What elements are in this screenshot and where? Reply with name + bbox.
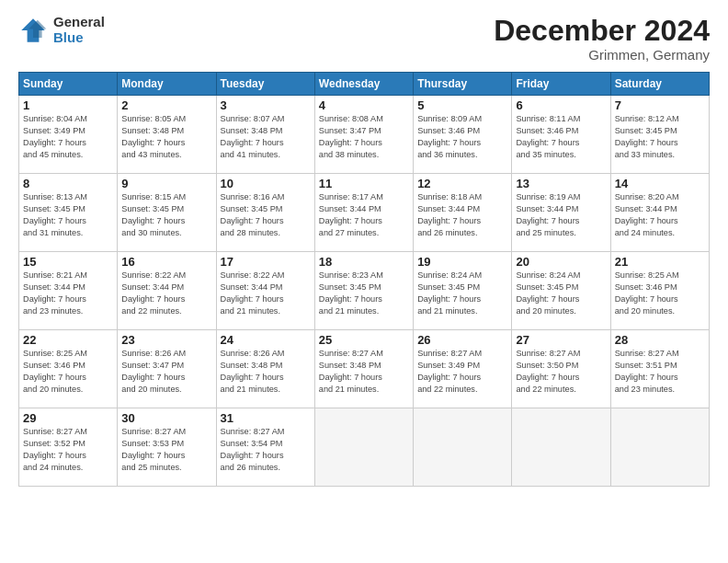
header: General Blue December 2024 Grimmen, Germ… <box>18 15 710 63</box>
day-number: 17 <box>221 255 311 269</box>
header-row: Sunday Monday Tuesday Wednesday Thursday… <box>19 73 710 96</box>
calendar-cell: 13 Sunrise: 8:19 AMSunset: 3:44 PMDaylig… <box>512 174 610 252</box>
day-number: 23 <box>121 333 211 347</box>
calendar-cell: 29 Sunrise: 8:27 AMSunset: 3:52 PMDaylig… <box>19 408 118 487</box>
calendar-week-1: 1 Sunrise: 8:04 AMSunset: 3:49 PMDayligh… <box>19 96 710 174</box>
day-number: 16 <box>121 255 211 269</box>
calendar-cell: 2 Sunrise: 8:05 AMSunset: 3:48 PMDayligh… <box>118 96 216 174</box>
calendar-cell: 30 Sunrise: 8:27 AMSunset: 3:53 PMDaylig… <box>118 408 216 487</box>
day-info: Sunrise: 8:22 AMSunset: 3:44 PMDaylight:… <box>221 270 311 317</box>
day-info: Sunrise: 8:22 AMSunset: 3:44 PMDaylight:… <box>121 270 211 317</box>
logo-icon <box>18 16 48 45</box>
calendar-cell: 6 Sunrise: 8:11 AMSunset: 3:46 PMDayligh… <box>512 96 610 174</box>
day-info: Sunrise: 8:26 AMSunset: 3:48 PMDaylight:… <box>221 348 311 396</box>
calendar-cell: 23 Sunrise: 8:26 AMSunset: 3:47 PMDaylig… <box>118 330 216 408</box>
header-monday: Monday <box>118 73 216 96</box>
calendar-cell: 27 Sunrise: 8:27 AMSunset: 3:50 PMDaylig… <box>512 330 610 408</box>
day-info: Sunrise: 8:27 AMSunset: 3:52 PMDaylight:… <box>23 426 113 474</box>
calendar-cell <box>414 408 512 487</box>
day-number: 18 <box>319 255 409 269</box>
day-number: 14 <box>615 177 705 190</box>
calendar-week-4: 22 Sunrise: 8:25 AMSunset: 3:46 PMDaylig… <box>19 330 710 408</box>
calendar-cell: 17 Sunrise: 8:22 AMSunset: 3:44 PMDaylig… <box>216 252 314 330</box>
header-thursday: Thursday <box>414 73 512 96</box>
day-info: Sunrise: 8:18 AMSunset: 3:44 PMDaylight:… <box>417 191 507 239</box>
logo-general: General <box>53 15 105 30</box>
day-info: Sunrise: 8:05 AMSunset: 3:48 PMDaylight:… <box>121 113 211 161</box>
calendar-cell: 11 Sunrise: 8:17 AMSunset: 3:44 PMDaylig… <box>314 174 413 252</box>
title-section: December 2024 Grimmen, Germany <box>494 15 710 63</box>
day-number: 20 <box>516 255 606 269</box>
calendar-cell: 21 Sunrise: 8:25 AMSunset: 3:46 PMDaylig… <box>610 252 709 330</box>
day-info: Sunrise: 8:27 AMSunset: 3:53 PMDaylight:… <box>121 426 211 474</box>
day-info: Sunrise: 8:27 AMSunset: 3:48 PMDaylight:… <box>319 348 409 396</box>
day-number: 6 <box>516 98 606 112</box>
day-info: Sunrise: 8:21 AMSunset: 3:44 PMDaylight:… <box>23 270 113 317</box>
header-saturday: Saturday <box>610 73 709 96</box>
day-number: 28 <box>615 333 705 347</box>
calendar-cell: 9 Sunrise: 8:15 AMSunset: 3:45 PMDayligh… <box>118 174 216 252</box>
day-number: 27 <box>516 333 606 347</box>
calendar-cell <box>314 408 413 487</box>
day-info: Sunrise: 8:23 AMSunset: 3:45 PMDaylight:… <box>319 270 409 317</box>
calendar-cell: 28 Sunrise: 8:27 AMSunset: 3:51 PMDaylig… <box>610 330 709 408</box>
day-info: Sunrise: 8:25 AMSunset: 3:46 PMDaylight:… <box>615 270 705 317</box>
calendar-cell: 24 Sunrise: 8:26 AMSunset: 3:48 PMDaylig… <box>216 330 314 408</box>
subtitle: Grimmen, Germany <box>494 47 710 63</box>
day-info: Sunrise: 8:19 AMSunset: 3:44 PMDaylight:… <box>516 191 606 239</box>
day-number: 5 <box>417 98 507 112</box>
header-tuesday: Tuesday <box>216 73 314 96</box>
day-info: Sunrise: 8:27 AMSunset: 3:50 PMDaylight:… <box>516 348 606 396</box>
calendar-cell <box>512 408 610 487</box>
logo-text: General Blue <box>53 15 105 45</box>
calendar-cell: 3 Sunrise: 8:07 AMSunset: 3:48 PMDayligh… <box>216 96 314 174</box>
calendar-cell: 5 Sunrise: 8:09 AMSunset: 3:46 PMDayligh… <box>414 96 512 174</box>
day-info: Sunrise: 8:07 AMSunset: 3:48 PMDaylight:… <box>221 113 311 161</box>
day-info: Sunrise: 8:13 AMSunset: 3:45 PMDaylight:… <box>23 191 113 239</box>
calendar-cell: 7 Sunrise: 8:12 AMSunset: 3:45 PMDayligh… <box>610 96 709 174</box>
day-number: 19 <box>417 255 507 269</box>
calendar-cell: 18 Sunrise: 8:23 AMSunset: 3:45 PMDaylig… <box>314 252 413 330</box>
calendar-cell: 8 Sunrise: 8:13 AMSunset: 3:45 PMDayligh… <box>19 174 118 252</box>
calendar-cell: 31 Sunrise: 8:27 AMSunset: 3:54 PMDaylig… <box>216 408 314 487</box>
day-number: 30 <box>121 411 211 425</box>
day-number: 24 <box>221 333 311 347</box>
day-info: Sunrise: 8:27 AMSunset: 3:51 PMDaylight:… <box>615 348 705 396</box>
logo: General Blue <box>18 15 105 45</box>
day-info: Sunrise: 8:09 AMSunset: 3:46 PMDaylight:… <box>417 113 507 161</box>
day-number: 21 <box>615 255 705 269</box>
day-number: 3 <box>221 98 311 112</box>
day-number: 4 <box>319 98 409 112</box>
header-wednesday: Wednesday <box>314 73 413 96</box>
calendar-cell: 4 Sunrise: 8:08 AMSunset: 3:47 PMDayligh… <box>314 96 413 174</box>
calendar-week-3: 15 Sunrise: 8:21 AMSunset: 3:44 PMDaylig… <box>19 252 710 330</box>
day-info: Sunrise: 8:11 AMSunset: 3:46 PMDaylight:… <box>516 113 606 161</box>
calendar-cell: 16 Sunrise: 8:22 AMSunset: 3:44 PMDaylig… <box>118 252 216 330</box>
day-info: Sunrise: 8:04 AMSunset: 3:49 PMDaylight:… <box>23 113 113 161</box>
day-number: 25 <box>319 333 409 347</box>
day-info: Sunrise: 8:17 AMSunset: 3:44 PMDaylight:… <box>319 191 409 239</box>
day-number: 29 <box>23 411 113 425</box>
day-number: 11 <box>319 177 409 190</box>
header-sunday: Sunday <box>19 73 118 96</box>
calendar-cell: 20 Sunrise: 8:24 AMSunset: 3:45 PMDaylig… <box>512 252 610 330</box>
calendar-cell: 22 Sunrise: 8:25 AMSunset: 3:46 PMDaylig… <box>19 330 118 408</box>
calendar-cell: 1 Sunrise: 8:04 AMSunset: 3:49 PMDayligh… <box>19 96 118 174</box>
day-number: 10 <box>221 177 311 190</box>
day-number: 13 <box>516 177 606 190</box>
day-number: 1 <box>23 98 113 112</box>
day-info: Sunrise: 8:25 AMSunset: 3:46 PMDaylight:… <box>23 348 113 396</box>
calendar-cell: 26 Sunrise: 8:27 AMSunset: 3:49 PMDaylig… <box>414 330 512 408</box>
day-info: Sunrise: 8:08 AMSunset: 3:47 PMDaylight:… <box>319 113 409 161</box>
day-number: 26 <box>417 333 507 347</box>
day-number: 2 <box>121 98 211 112</box>
day-number: 9 <box>121 177 211 190</box>
calendar-cell: 12 Sunrise: 8:18 AMSunset: 3:44 PMDaylig… <box>414 174 512 252</box>
day-number: 8 <box>23 177 113 190</box>
day-info: Sunrise: 8:26 AMSunset: 3:47 PMDaylight:… <box>121 348 211 396</box>
day-info: Sunrise: 8:24 AMSunset: 3:45 PMDaylight:… <box>516 270 606 317</box>
day-info: Sunrise: 8:15 AMSunset: 3:45 PMDaylight:… <box>121 191 211 239</box>
calendar-cell: 14 Sunrise: 8:20 AMSunset: 3:44 PMDaylig… <box>610 174 709 252</box>
logo-blue: Blue <box>53 30 105 46</box>
main-title: December 2024 <box>494 15 710 47</box>
